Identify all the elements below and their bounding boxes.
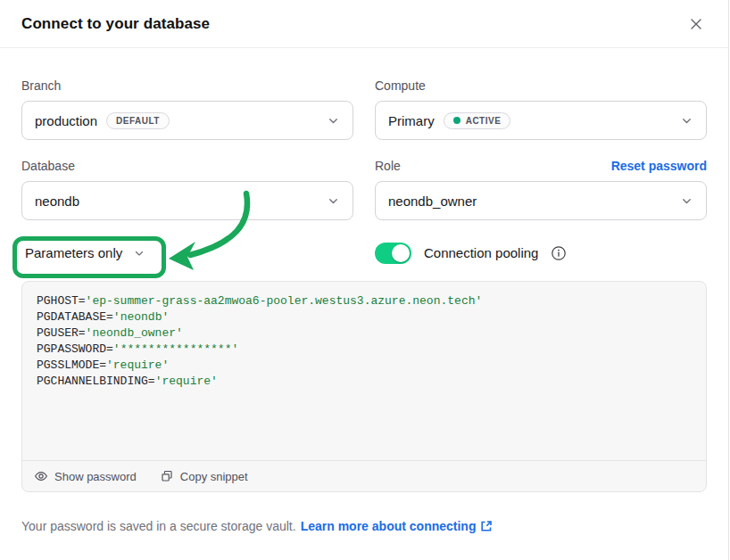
connection-pooling-row: Connection pooling <box>375 243 707 264</box>
database-select[interactable]: neondb <box>21 181 353 220</box>
copy-icon <box>160 469 174 483</box>
external-link-icon <box>479 519 494 533</box>
snippet-format-value: Parameters only <box>25 245 122 260</box>
code-line: PGCHANNELBINDING='require' <box>37 374 692 390</box>
code-line: PGSSLMODE='require' <box>37 358 692 374</box>
dialog-body: Branch production DEFAULT Compute Primar… <box>0 48 728 533</box>
compute-select[interactable]: Primary ACTIVE <box>375 101 707 140</box>
code-line: PGHOST='ep-summer-grass-aa2mwoa6-pooler.… <box>37 293 692 309</box>
code-line: PGPASSWORD='****************' <box>37 342 692 358</box>
branch-select[interactable]: production DEFAULT <box>21 101 353 140</box>
snippet-toolbar: Show password Copy snippet <box>22 460 706 491</box>
compute-value: Primary <box>388 113 435 128</box>
role-label: Role <box>375 159 401 173</box>
close-button[interactable] <box>685 13 707 35</box>
chevron-down-icon <box>133 247 145 259</box>
dialog-header: Connect to your database <box>0 0 728 48</box>
learn-more-link[interactable]: Learn more about connecting <box>301 519 494 533</box>
connection-pooling-toggle[interactable] <box>375 243 411 264</box>
eye-icon <box>34 469 48 483</box>
chevron-down-icon <box>680 114 693 128</box>
chevron-down-icon <box>327 114 340 128</box>
connect-database-dialog: Connect to your database Branch producti… <box>0 0 729 560</box>
branch-field: Branch production DEFAULT <box>21 78 353 140</box>
connection-snippet-code[interactable]: PGHOST='ep-summer-grass-aa2mwoa6-pooler.… <box>22 282 706 460</box>
database-field: Database neondb <box>21 158 353 220</box>
chevron-down-icon <box>327 194 340 208</box>
snippet-format-select[interactable]: Parameters only <box>21 232 159 274</box>
code-line: PGUSER='neondb_owner' <box>37 325 692 342</box>
role-value: neondb_owner <box>388 194 477 209</box>
copy-snippet-button[interactable]: Copy snippet <box>160 469 248 483</box>
info-icon[interactable] <box>551 245 567 261</box>
compute-field: Compute Primary ACTIVE <box>375 78 707 140</box>
show-password-button[interactable]: Show password <box>34 469 137 483</box>
chevron-down-icon <box>680 194 693 208</box>
compute-label: Compute <box>375 78 707 94</box>
close-icon <box>687 15 705 33</box>
database-value: neondb <box>35 194 79 209</box>
default-badge: DEFAULT <box>106 112 170 129</box>
reset-password-link[interactable]: Reset password <box>611 159 707 173</box>
footer-note-text: Your password is saved in a secure stora… <box>21 519 296 533</box>
branch-value: production <box>35 113 97 128</box>
active-dot-icon <box>453 117 460 124</box>
code-line: PGDATABASE='neondb' <box>37 309 692 325</box>
footer-note: Your password is saved in a secure stora… <box>21 519 707 533</box>
branch-label: Branch <box>21 78 353 94</box>
active-badge: ACTIVE <box>444 112 511 129</box>
dialog-title: Connect to your database <box>21 15 210 33</box>
role-select[interactable]: neondb_owner <box>375 181 707 220</box>
role-field: Role Reset password neondb_owner <box>375 158 707 220</box>
connection-snippet-panel: PGHOST='ep-summer-grass-aa2mwoa6-pooler.… <box>21 281 707 492</box>
database-label: Database <box>21 158 353 174</box>
connection-pooling-label: Connection pooling <box>424 245 538 260</box>
